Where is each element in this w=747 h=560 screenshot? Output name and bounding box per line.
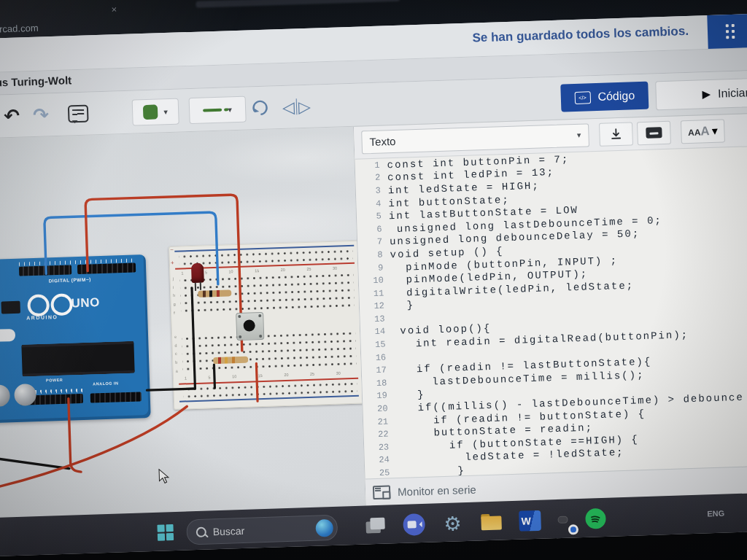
pushbutton[interactable] [236,312,264,341]
color-picker[interactable]: ▾ [132,98,179,126]
crystal-oscillator [0,329,15,342]
chrome-taskbar-button[interactable] [557,516,568,524]
app-menu-button[interactable] [707,14,747,49]
circuit-canvas[interactable]: DIGITAL (PWM~) ARDUINO UNO POWER ANALOG … [0,127,365,518]
comment-icon [68,105,89,123]
row-letters-bottom: edcba [174,335,182,373]
start-button-label: Iniciar [718,86,747,100]
code-mode-value: Texto [369,135,395,148]
row-letters-top: jihgf [172,277,179,315]
library-button[interactable] [637,121,671,145]
play-icon: ▶ [702,88,711,101]
start-simulation-button[interactable]: ▶ Iniciar [655,77,747,110]
rail-minus-label: − [170,247,174,253]
save-status-text: Se han guardado todos los cambios. [472,24,689,46]
task-view-icon[interactable] [364,515,387,537]
line-number: 19 [363,390,395,404]
notes-button[interactable] [67,93,89,136]
file-explorer-icon[interactable] [480,510,503,533]
language-indicator[interactable]: ENG [707,509,724,518]
atmega-chip[interactable] [21,341,134,377]
line-number: 12 [360,300,392,314]
camera-icon [403,513,425,536]
tab-title-ghost [196,0,400,8]
chevron-down-icon: ▾ [577,131,581,140]
search-icon [196,526,206,537]
search-placeholder: Buscar [213,524,245,537]
resistor-2[interactable] [213,357,248,365]
resistor-1[interactable] [198,289,231,297]
spotify-taskbar-button[interactable] [584,508,607,530]
line-number: 4 [356,198,389,211]
wire-style-picker[interactable]: ▾ [189,96,247,124]
project-title[interactable]: us Turing-Wolt [0,74,71,88]
serial-monitor-label: Monitor en serie [398,483,476,497]
line-number: 18 [362,377,395,391]
digital-header-right[interactable] [77,263,136,275]
chevron-down-icon: ▾ [711,124,718,138]
color-swatch-green [143,104,158,120]
line-number: 13 [360,313,392,327]
code-text[interactable]: } [395,389,425,402]
bing-icon[interactable] [315,518,333,537]
digital-header-left[interactable] [19,265,71,276]
model-label: UNO [71,295,100,311]
line-number: 22 [363,428,396,442]
taskbar-search[interactable]: Buscar [186,515,338,545]
download-button[interactable] [599,122,633,146]
code-mode-select[interactable]: Texto ▾ [361,123,589,154]
redo-button[interactable]: ↷ [32,93,50,136]
spotify-icon [585,508,606,529]
archive-icon [646,128,662,139]
flip-right-icon: ▷ [298,97,311,116]
line-number: 8 [357,249,390,262]
mirror-button[interactable]: ◁▷ [282,85,311,128]
line-number: 20 [363,402,395,416]
digital-label: DIGITAL (PWM~) [48,277,90,284]
brand-label: ARDUINO [26,314,58,320]
red-led[interactable] [191,263,204,284]
tab-close-icon[interactable]: × [111,4,117,15]
wire-style-icon [203,109,222,112]
line-number: 23 [364,441,397,455]
line-number: 9 [358,262,391,276]
line-number: 6 [357,223,390,237]
line-number: 3 [356,184,389,198]
undo-button[interactable]: ↶ [3,95,20,138]
wire-black-ground[interactable] [0,451,69,472]
workspace: DIGITAL (PWM~) ARDUINO UNO POWER ANALOG … [0,113,747,518]
line-number: 15 [360,338,393,352]
line-number: 21 [363,416,396,429]
arduino-logo [27,293,73,316]
line-number: 1 [355,159,387,173]
laptop-screen: × kercad.com Se han guardado todos los c… [0,0,747,557]
start-button[interactable] [157,524,174,541]
capacitor [0,384,10,407]
settings-gear-icon[interactable]: ⚙ [441,512,464,534]
grid-menu-icon [726,24,735,39]
code-editor[interactable]: 1const int buttonPin = 7;2const int ledP… [355,146,747,479]
word-icon[interactable]: W [519,510,541,532]
code-button[interactable]: </> Código [560,82,649,112]
word-logo: W [519,510,541,532]
code-text[interactable]: } [392,300,415,314]
line-number: 7 [357,236,390,250]
terminal-grid-bottom[interactable] [182,330,357,373]
code-button-label: Código [597,89,635,104]
line-number: 5 [357,210,390,224]
chevron-down-icon: ▾ [163,107,168,117]
line-number: 17 [362,364,395,378]
line-number: 16 [361,351,394,365]
serial-monitor-icon [373,485,391,499]
font-size-button[interactable]: AAA ▾ [681,119,725,144]
rotate-button[interactable] [249,87,270,130]
analog-header[interactable] [90,392,142,402]
arduino-uno-board[interactable]: DIGITAL (PWM~) ARDUINO UNO POWER ANALOG … [0,254,151,423]
code-panel: Texto ▾ AAA ▾ [353,113,747,506]
line-number: 2 [355,172,388,186]
flip-left-icon: ◁ [282,98,295,117]
reset-button[interactable] [1,301,20,314]
address-bar-url[interactable]: kercad.com [0,23,39,35]
flip-axis [296,98,298,114]
camera-app-icon[interactable] [403,513,425,536]
